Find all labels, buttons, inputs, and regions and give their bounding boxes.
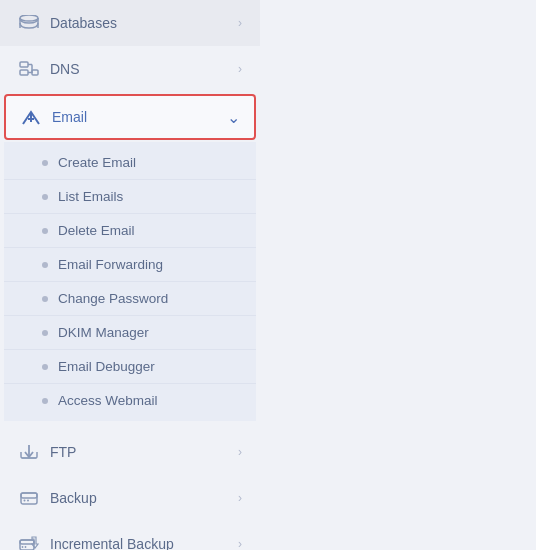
sub-item-label: List Emails [58,189,123,204]
sidebar-item-label: Email [52,109,87,125]
sidebar-item-incremental-backup[interactable]: Incremental Backup › [0,521,260,550]
dot-icon [42,262,48,268]
dot-icon [42,398,48,404]
svg-point-18 [25,546,27,548]
chevron-right-icon: › [238,491,242,505]
dot-icon [42,364,48,370]
dot-icon [42,160,48,166]
sidebar-item-backup[interactable]: Backup › [0,475,260,521]
svg-rect-15 [20,540,34,550]
sidebar-item-access-webmail[interactable]: Access Webmail [4,384,256,417]
incremental-backup-icon [18,533,40,550]
chevron-right-icon: › [238,16,242,30]
sidebar-item-list-emails[interactable]: List Emails [4,180,256,214]
sidebar-item-label: FTP [50,444,76,460]
databases-icon [18,12,40,34]
svg-point-13 [24,500,26,502]
sidebar-item-dkim-manager[interactable]: DKIM Manager [4,316,256,350]
backup-icon [18,487,40,509]
sub-item-label: Email Debugger [58,359,155,374]
ftp-icon [18,441,40,463]
chevron-right-icon: › [238,62,242,76]
sidebar-item-databases[interactable]: Databases › [0,0,260,46]
sidebar-item-dns[interactable]: DNS › [0,46,260,92]
sidebar-item-email-forwarding[interactable]: Email Forwarding [4,248,256,282]
sidebar-item-delete-email[interactable]: Delete Email [4,214,256,248]
sidebar-item-label: Incremental Backup [50,536,174,550]
svg-rect-12 [21,493,37,498]
sub-item-label: Delete Email [58,223,135,238]
sidebar: Databases › DNS › Email ⌄ [0,0,260,550]
chevron-down-icon: ⌄ [227,108,240,127]
sidebar-item-change-password[interactable]: Change Password [4,282,256,316]
sidebar-item-email-debugger[interactable]: Email Debugger [4,350,256,384]
sidebar-item-label: Databases [50,15,117,31]
chevron-right-icon: › [238,445,242,459]
dot-icon [42,194,48,200]
dot-icon [42,296,48,302]
svg-point-0 [20,15,38,21]
svg-point-17 [22,546,24,548]
sidebar-item-label: DNS [50,61,80,77]
sub-item-label: Change Password [58,291,168,306]
email-sub-menu: Create Email List Emails Delete Email Em… [4,142,256,421]
sidebar-item-label: Backup [50,490,97,506]
sub-item-label: Create Email [58,155,136,170]
sidebar-item-create-email[interactable]: Create Email [4,146,256,180]
email-send-icon [20,106,42,128]
sub-item-label: DKIM Manager [58,325,149,340]
dot-icon [42,228,48,234]
svg-rect-4 [20,70,28,75]
dns-icon [18,58,40,80]
svg-rect-3 [20,62,28,67]
sub-item-label: Email Forwarding [58,257,163,272]
dot-icon [42,330,48,336]
sub-item-label: Access Webmail [58,393,158,408]
divider [0,421,260,429]
chevron-right-icon: › [238,537,242,550]
svg-rect-8 [32,70,38,75]
sidebar-item-ftp[interactable]: FTP › [0,429,260,475]
sidebar-item-email[interactable]: Email ⌄ [4,94,256,140]
svg-point-14 [27,500,29,502]
